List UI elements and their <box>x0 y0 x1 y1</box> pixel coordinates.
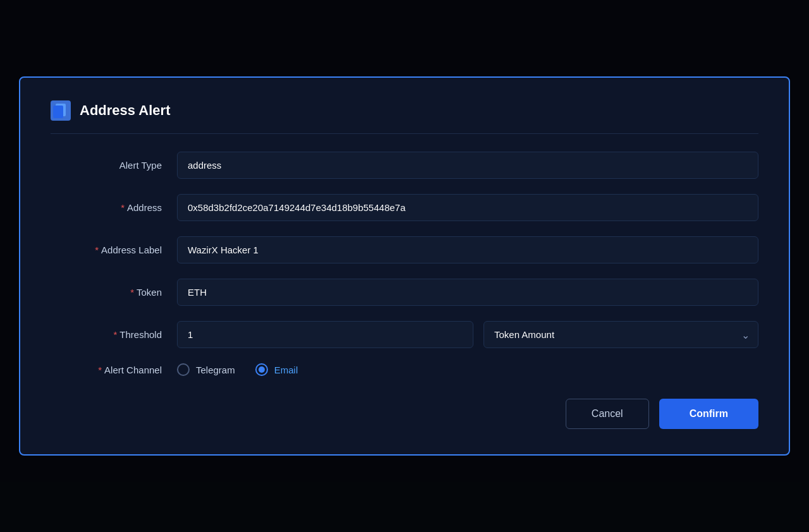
alert-type-label: Alert Type <box>51 160 177 171</box>
radio-group: Telegram Email <box>177 363 298 376</box>
dialog-header: Address Alert <box>51 100 758 134</box>
token-input[interactable] <box>177 279 758 306</box>
form-body: Alert Type *Address *Address Label <box>51 152 758 376</box>
alert-channel-label: *Alert Channel <box>51 365 177 375</box>
alert-type-input[interactable] <box>177 152 758 179</box>
dialog-footer: Cancel Confirm <box>51 399 758 429</box>
address-input[interactable] <box>177 194 758 221</box>
token-label: *Token <box>51 287 177 298</box>
telegram-radio[interactable] <box>177 363 190 376</box>
alert-channel-row: *Alert Channel Telegram Email <box>51 363 758 376</box>
threshold-type-select[interactable]: Token Amount USD Value <box>484 321 758 348</box>
address-label-field-label: *Address Label <box>51 245 177 255</box>
email-label: Email <box>274 365 298 375</box>
threshold-controls: Token Amount USD Value ⌄ <box>177 321 758 348</box>
modal-overlay: Address Alert Alert Type *Address *Addre… <box>0 0 809 532</box>
dialog-icon <box>51 100 71 121</box>
confirm-button[interactable]: Confirm <box>659 399 758 429</box>
dialog-title: Address Alert <box>80 102 170 119</box>
token-row: *Token <box>51 279 758 306</box>
cancel-button[interactable]: Cancel <box>566 399 649 429</box>
required-star-2: * <box>95 245 99 255</box>
required-star: * <box>121 202 125 213</box>
required-star-5: * <box>98 365 102 375</box>
telegram-option[interactable]: Telegram <box>177 363 235 376</box>
address-row: *Address <box>51 194 758 221</box>
threshold-input[interactable] <box>177 321 473 348</box>
threshold-label: *Threshold <box>51 329 177 340</box>
address-label: *Address <box>51 202 177 213</box>
alert-type-row: Alert Type <box>51 152 758 179</box>
telegram-label: Telegram <box>196 365 235 375</box>
threshold-type-wrapper: Token Amount USD Value ⌄ <box>484 321 758 348</box>
required-star-3: * <box>130 287 134 298</box>
address-alert-dialog: Address Alert Alert Type *Address *Addre… <box>19 76 790 456</box>
required-star-4: * <box>113 329 117 340</box>
email-option[interactable]: Email <box>255 363 298 376</box>
email-radio[interactable] <box>255 363 268 376</box>
threshold-row: *Threshold Token Amount USD Value ⌄ <box>51 321 758 348</box>
address-label-row: *Address Label <box>51 236 758 263</box>
address-label-input[interactable] <box>177 236 758 263</box>
